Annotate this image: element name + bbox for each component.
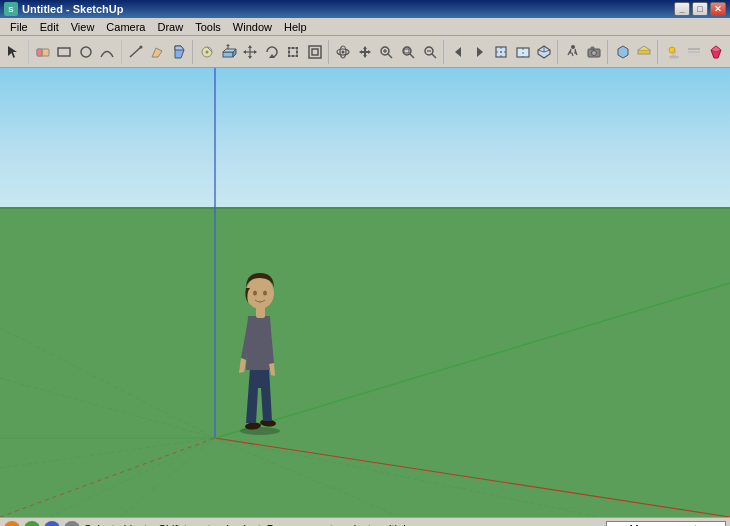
orbit-tool-button[interactable] bbox=[333, 41, 354, 63]
svg-rect-40 bbox=[404, 49, 409, 53]
app-icon: S bbox=[4, 2, 18, 16]
svg-rect-22 bbox=[296, 47, 298, 49]
toolbar-sep-5 bbox=[443, 40, 445, 64]
svg-line-78 bbox=[215, 438, 400, 517]
menu-tools[interactable]: Tools bbox=[189, 20, 227, 34]
svg-point-82 bbox=[240, 427, 280, 435]
svg-line-76 bbox=[120, 438, 215, 517]
svg-rect-3 bbox=[58, 48, 70, 56]
svg-rect-60 bbox=[638, 50, 650, 54]
menu-help[interactable]: Help bbox=[278, 20, 313, 34]
next-view-button[interactable] bbox=[469, 41, 490, 63]
svg-rect-59 bbox=[591, 47, 594, 49]
svg-marker-12 bbox=[226, 44, 230, 46]
push-pull-tool-button[interactable] bbox=[219, 41, 240, 63]
shadows-button[interactable] bbox=[662, 41, 683, 63]
walk-tool-button[interactable] bbox=[562, 41, 583, 63]
svg-point-87 bbox=[253, 291, 257, 296]
tape-tool-button[interactable] bbox=[197, 41, 218, 63]
svg-rect-28 bbox=[296, 51, 298, 53]
iso-view-button[interactable] bbox=[534, 41, 555, 63]
svg-point-54 bbox=[571, 45, 575, 49]
svg-line-71 bbox=[0, 328, 215, 438]
viewport[interactable] bbox=[0, 68, 730, 517]
zoom-window-tool-button[interactable] bbox=[398, 41, 419, 63]
circle-tool-button[interactable] bbox=[76, 41, 97, 63]
svg-line-35 bbox=[388, 54, 392, 58]
svg-rect-27 bbox=[288, 51, 290, 53]
offset-tool-button[interactable] bbox=[305, 41, 326, 63]
svg-line-70 bbox=[0, 438, 215, 517]
eraser-tool-button[interactable] bbox=[32, 41, 53, 63]
rotate-tool-button[interactable] bbox=[262, 41, 283, 63]
svg-rect-25 bbox=[292, 47, 294, 49]
title-bar-buttons[interactable]: _ □ ✕ bbox=[674, 2, 726, 16]
info-circle[interactable] bbox=[44, 521, 60, 527]
minimize-button[interactable]: _ bbox=[674, 2, 690, 16]
menu-camera[interactable]: Camera bbox=[100, 20, 151, 34]
scene-svg bbox=[0, 68, 730, 517]
section-plane-button[interactable] bbox=[634, 41, 655, 63]
credits-circle[interactable] bbox=[24, 521, 40, 527]
measurements-box[interactable]: Measurements bbox=[606, 521, 726, 527]
toolbar-sep-4 bbox=[328, 40, 330, 64]
menu-window[interactable]: Window bbox=[227, 20, 278, 34]
top-view-button[interactable] bbox=[491, 41, 512, 63]
menu-view[interactable]: View bbox=[65, 20, 101, 34]
notifications-circle[interactable] bbox=[4, 521, 20, 527]
title-bar-left: S Untitled - SketchUp bbox=[4, 2, 123, 16]
line-tool-button[interactable] bbox=[125, 41, 146, 63]
move-tool-button[interactable] bbox=[240, 41, 261, 63]
svg-point-6 bbox=[139, 45, 142, 48]
svg-rect-23 bbox=[288, 55, 290, 57]
toolbar-sep-6 bbox=[557, 40, 559, 64]
select-tool-button[interactable] bbox=[4, 41, 25, 63]
menu-edit[interactable]: Edit bbox=[34, 20, 65, 34]
make-component-button[interactable] bbox=[612, 41, 633, 63]
status-text: Select objects. Shift to extend select. … bbox=[84, 523, 415, 527]
scale-tool-button[interactable] bbox=[283, 41, 304, 63]
status-bar: ? Select objects. Shift to extend select… bbox=[0, 517, 730, 526]
svg-point-33 bbox=[342, 50, 345, 53]
svg-rect-30 bbox=[312, 49, 318, 55]
close-button[interactable]: ✕ bbox=[710, 2, 726, 16]
front-view-button[interactable] bbox=[512, 41, 533, 63]
svg-rect-20 bbox=[289, 48, 297, 56]
erase-tool-button[interactable] bbox=[147, 41, 168, 63]
zoom-tool-button[interactable] bbox=[376, 41, 397, 63]
maximize-button[interactable]: □ bbox=[692, 2, 708, 16]
svg-line-73 bbox=[0, 378, 215, 438]
status-left: ? Select objects. Shift to extend select… bbox=[4, 521, 415, 527]
svg-point-58 bbox=[592, 50, 597, 55]
rectangle-tool-button[interactable] bbox=[54, 41, 75, 63]
menu-file[interactable]: File bbox=[4, 20, 34, 34]
prev-view-button[interactable] bbox=[448, 41, 469, 63]
camera-tool-button[interactable] bbox=[584, 41, 605, 63]
svg-marker-44 bbox=[455, 47, 461, 57]
ruby-button[interactable] bbox=[705, 41, 726, 63]
pan-tool-button[interactable] bbox=[355, 41, 376, 63]
svg-rect-21 bbox=[288, 47, 290, 49]
title-bar: S Untitled - SketchUp _ □ ✕ bbox=[0, 0, 730, 18]
svg-line-42 bbox=[432, 54, 436, 58]
svg-point-4 bbox=[81, 47, 91, 57]
svg-line-77 bbox=[215, 438, 600, 517]
svg-rect-29 bbox=[309, 46, 321, 58]
fog-button[interactable] bbox=[684, 41, 705, 63]
help-circle[interactable]: ? bbox=[64, 521, 80, 527]
arc-tool-button[interactable] bbox=[97, 41, 118, 63]
paint-tool-button[interactable] bbox=[169, 41, 190, 63]
zoom-extents-tool-button[interactable] bbox=[419, 41, 440, 63]
svg-point-86 bbox=[246, 277, 274, 309]
svg-rect-1 bbox=[37, 49, 42, 56]
menu-draw[interactable]: Draw bbox=[151, 20, 189, 34]
toolbar-sep-8 bbox=[657, 40, 659, 64]
svg-line-68 bbox=[215, 438, 730, 517]
svg-marker-45 bbox=[477, 47, 483, 57]
svg-rect-10 bbox=[223, 52, 233, 57]
svg-point-9 bbox=[206, 50, 209, 53]
toolbar-sep-7 bbox=[607, 40, 609, 64]
svg-line-39 bbox=[410, 54, 414, 58]
toolbar-sep-3 bbox=[192, 40, 194, 64]
svg-rect-24 bbox=[296, 55, 298, 57]
